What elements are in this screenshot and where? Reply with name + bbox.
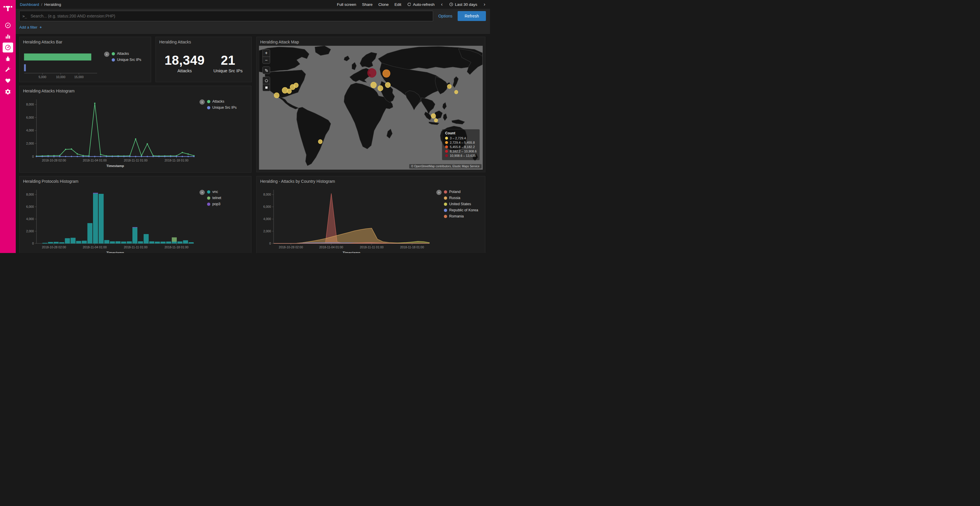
map-legend-color-dot bbox=[445, 141, 448, 144]
legend-color-dot bbox=[207, 197, 210, 200]
refresh-cycle-icon bbox=[407, 2, 411, 6]
search-input[interactable] bbox=[30, 13, 433, 19]
svg-text:2018-10-28 02:00: 2018-10-28 02:00 bbox=[42, 159, 66, 162]
add-filter-link[interactable]: Add a filter bbox=[19, 25, 37, 29]
options-link[interactable]: Options bbox=[438, 14, 452, 18]
svg-text:2018-10-28 02:00: 2018-10-28 02:00 bbox=[42, 246, 66, 249]
legend-item[interactable]: Attacks bbox=[207, 99, 237, 103]
clone-button[interactable]: Clone bbox=[378, 2, 388, 7]
attack-location-marker[interactable] bbox=[454, 90, 458, 94]
panel-title: Heralding Attack Map bbox=[257, 37, 485, 46]
svg-text:2,000: 2,000 bbox=[26, 229, 34, 233]
svg-text:Timestamp: Timestamp bbox=[343, 251, 361, 253]
svg-text:2018-11-18 01:00: 2018-11-18 01:00 bbox=[164, 246, 188, 249]
panel-title: Heralding Attacks Bar bbox=[19, 37, 151, 46]
svg-text:0: 0 bbox=[269, 242, 271, 245]
map-legend-color-dot bbox=[445, 150, 448, 153]
bar-chart-icon bbox=[5, 33, 11, 40]
legend-collapse-icon[interactable]: › bbox=[104, 52, 110, 57]
map-controls: + − bbox=[262, 49, 270, 91]
metric-label: Attacks bbox=[164, 68, 205, 73]
legend-item[interactable]: Unique Src IPs bbox=[207, 106, 237, 109]
attack-location-marker[interactable] bbox=[368, 68, 376, 77]
legend-label: Poland bbox=[449, 190, 461, 194]
refresh-button[interactable]: Refresh bbox=[458, 11, 486, 21]
map-draw-polygon-button[interactable] bbox=[263, 77, 270, 84]
crop-icon bbox=[264, 68, 268, 72]
svg-text:2018-11-04 01:00: 2018-11-04 01:00 bbox=[83, 159, 107, 162]
auto-refresh-button[interactable]: Auto-refresh bbox=[407, 2, 434, 7]
legend-color-dot bbox=[207, 100, 210, 103]
legend-item[interactable]: Poland bbox=[444, 190, 478, 194]
legend-label: Unique Src IPs bbox=[212, 106, 237, 109]
attack-location-marker[interactable] bbox=[274, 93, 279, 98]
full-screen-button[interactable]: Full screen bbox=[337, 2, 356, 7]
legend-item[interactable]: United States bbox=[444, 202, 478, 206]
attack-location-marker[interactable] bbox=[431, 114, 436, 118]
legend-item[interactable]: Republic of Korea bbox=[444, 208, 478, 212]
legend-item[interactable]: pop3 bbox=[207, 202, 221, 206]
sidebar-item-devtools[interactable] bbox=[3, 65, 13, 75]
legend-color-dot bbox=[444, 215, 447, 218]
breadcrumb-dashboard-link[interactable]: Dashboard bbox=[20, 2, 39, 7]
legend-collapse-icon[interactable]: › bbox=[199, 99, 205, 105]
legend-item[interactable]: Romania bbox=[444, 214, 478, 218]
time-range-picker[interactable]: Last 30 days bbox=[449, 2, 477, 7]
sidebar-item-visualize[interactable] bbox=[3, 32, 13, 41]
legend-label: Attacks bbox=[117, 52, 129, 56]
sidebar-item-dashboard-selected[interactable] bbox=[3, 43, 13, 52]
telekom-t-logo[interactable] bbox=[3, 3, 12, 13]
map-draw-rectangle-button[interactable] bbox=[263, 84, 270, 91]
svg-text:15,000: 15,000 bbox=[74, 75, 83, 79]
map-zoom-out-button[interactable]: − bbox=[263, 57, 270, 63]
time-forward-chevron[interactable]: › bbox=[483, 2, 486, 7]
attack-location-marker[interactable] bbox=[434, 119, 438, 122]
polygon-draw-icon bbox=[264, 79, 268, 82]
add-filter-plus-icon[interactable]: + bbox=[40, 25, 42, 29]
sidebar-item-monitoring[interactable] bbox=[3, 76, 13, 86]
wrench-icon bbox=[5, 67, 11, 73]
panel-heralding-attack-map: Heralding Attack Map bbox=[256, 37, 485, 172]
attack-location-marker[interactable] bbox=[383, 70, 390, 77]
attack-location-marker[interactable] bbox=[378, 86, 383, 91]
legend-item[interactable]: Russia bbox=[444, 196, 478, 200]
attack-location-marker[interactable] bbox=[318, 140, 322, 144]
landmass-china-coast bbox=[435, 76, 448, 94]
edit-button[interactable]: Edit bbox=[395, 2, 401, 7]
attack-location-marker[interactable] bbox=[287, 89, 292, 94]
landmass-se-asia bbox=[421, 98, 435, 114]
legend-item[interactable]: Attacks bbox=[112, 52, 141, 56]
landmass-philippines bbox=[442, 102, 447, 109]
legend-label: United States bbox=[449, 202, 471, 206]
sidebar-item-honeypot[interactable] bbox=[3, 54, 13, 63]
sidebar-item-management[interactable] bbox=[3, 87, 13, 97]
time-back-chevron[interactable]: ‹ bbox=[441, 2, 443, 7]
legend-collapse-icon[interactable]: › bbox=[199, 190, 205, 195]
attack-location-marker[interactable] bbox=[371, 82, 377, 88]
attack-location-marker[interactable] bbox=[447, 84, 452, 89]
map-zoom-in-button[interactable]: + bbox=[263, 49, 270, 57]
svg-text:6,000: 6,000 bbox=[263, 205, 271, 208]
rectangle-draw-icon bbox=[264, 86, 268, 89]
svg-text:2018-10-28 02:00: 2018-10-28 02:00 bbox=[279, 246, 303, 249]
landmass-sumatra bbox=[425, 112, 432, 120]
legend-item[interactable]: telnet bbox=[207, 196, 221, 200]
landmass-sulawesi bbox=[443, 114, 447, 121]
legend-label: Unique Src IPs bbox=[117, 58, 141, 62]
compass-icon bbox=[5, 22, 11, 29]
legend-collapse-icon[interactable]: › bbox=[436, 190, 442, 195]
legend-label: Romania bbox=[449, 214, 464, 218]
metric-value: 18,349 bbox=[164, 53, 205, 68]
map-legend-row: 5,455.8 – 8,182.2 bbox=[445, 145, 477, 149]
legend-item[interactable]: vnc bbox=[207, 190, 221, 194]
heartbeat-icon bbox=[5, 78, 11, 84]
sidebar-item-discover[interactable] bbox=[3, 21, 13, 30]
attack-map[interactable]: + − bbox=[259, 46, 483, 170]
attack-location-marker[interactable] bbox=[385, 82, 391, 87]
landmass-central-america bbox=[276, 95, 299, 109]
legend-item[interactable]: Unique Src IPs bbox=[112, 58, 141, 62]
attack-location-marker[interactable] bbox=[294, 83, 298, 88]
share-button[interactable]: Share bbox=[362, 2, 372, 7]
map-legend-range-label: 8,182.2 – 10,908.6 bbox=[450, 149, 477, 153]
map-fit-bounds-button[interactable] bbox=[263, 67, 270, 74]
